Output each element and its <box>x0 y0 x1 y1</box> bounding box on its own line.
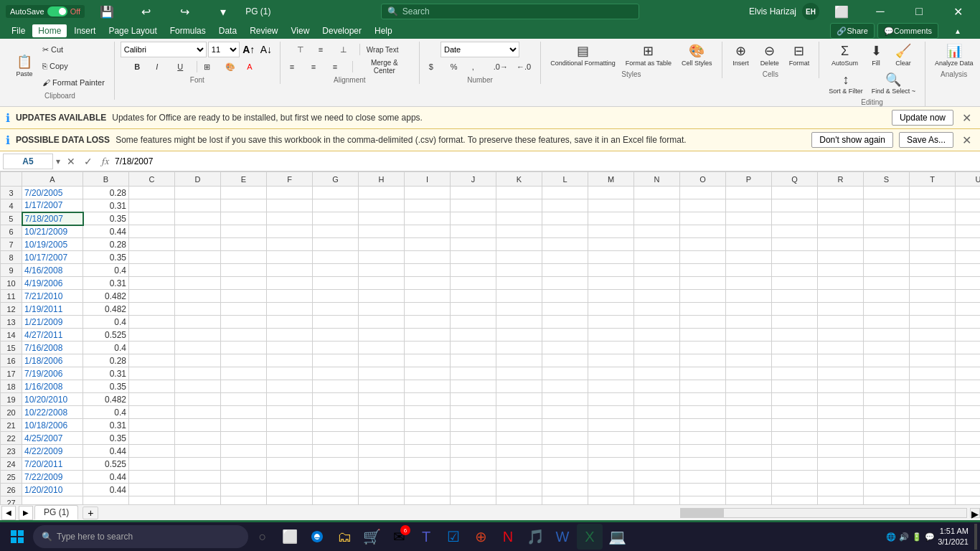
taskbar-time[interactable]: 1:51 AM 3/1/2021 <box>938 526 969 548</box>
taskbar-cortana-button[interactable]: ○ <box>250 524 275 550</box>
cell-empty[interactable] <box>313 432 359 445</box>
cell-empty[interactable] <box>910 342 956 354</box>
cell-b18[interactable]: 0.35 <box>83 380 129 393</box>
col-header-l[interactable]: L <box>542 172 588 187</box>
comments-button[interactable]: 💬 Comments <box>877 23 938 39</box>
cell-empty[interactable] <box>588 264 634 277</box>
taskbar-store-button[interactable]: 🛒 <box>359 524 385 550</box>
font-size-select[interactable]: 11 <box>208 42 240 57</box>
cell-a7[interactable]: 10/19/2005 <box>22 238 83 251</box>
dont-show-again-button[interactable]: Don't show again <box>811 132 893 148</box>
cell-empty[interactable] <box>634 212 680 225</box>
bold-button[interactable]: B <box>131 59 151 75</box>
menu-developer[interactable]: Developer <box>316 24 367 37</box>
cell-empty[interactable] <box>451 329 496 342</box>
cell-empty[interactable] <box>221 432 267 445</box>
cell-empty[interactable] <box>129 380 175 393</box>
cell-empty[interactable] <box>496 496 542 505</box>
cell-empty[interactable] <box>956 458 981 471</box>
cell-empty[interactable] <box>680 367 726 380</box>
cell-a5[interactable]: 7/18/2007 <box>22 212 83 225</box>
cell-empty[interactable] <box>726 432 772 445</box>
confirm-formula-button[interactable]: ✓ <box>80 154 96 169</box>
cell-b12[interactable]: 0.482 <box>83 303 129 316</box>
col-header-s[interactable]: S <box>864 172 910 187</box>
cell-empty[interactable] <box>313 393 359 406</box>
cell-empty[interactable] <box>359 367 405 380</box>
cell-empty[interactable] <box>313 187 359 199</box>
cell-empty[interactable] <box>496 458 542 471</box>
cell-empty[interactable] <box>726 238 772 251</box>
cell-empty[interactable] <box>313 277 359 290</box>
taskbar-unknown1-button[interactable]: 🎵 <box>522 524 548 550</box>
cell-empty[interactable] <box>634 251 680 264</box>
cell-empty[interactable] <box>359 199 405 212</box>
cell-empty[interactable] <box>313 316 359 329</box>
data-loss-close-button[interactable]: ✕ <box>959 133 974 147</box>
cell-empty[interactable] <box>910 484 956 496</box>
cell-empty[interactable] <box>680 380 726 393</box>
cell-empty[interactable] <box>267 484 313 496</box>
cell-empty[interactable] <box>588 406 634 419</box>
cell-empty[interactable] <box>359 406 405 419</box>
cell-empty[interactable] <box>864 432 910 445</box>
menu-file[interactable]: File <box>6 24 31 37</box>
cell-empty[interactable] <box>175 212 221 225</box>
cell-b6[interactable]: 0.44 <box>83 225 129 238</box>
cell-b3[interactable]: 0.28 <box>83 187 129 199</box>
cell-b9[interactable]: 0.4 <box>83 264 129 277</box>
cell-empty[interactable] <box>221 471 267 484</box>
find-select-button[interactable]: 🔍 Find & Select ~ <box>868 70 919 98</box>
cell-empty[interactable] <box>267 432 313 445</box>
cell-empty[interactable] <box>588 393 634 406</box>
cell-empty[interactable] <box>129 238 175 251</box>
cell-empty[interactable] <box>818 277 864 290</box>
cell-empty[interactable] <box>496 199 542 212</box>
cell-empty[interactable] <box>726 496 772 505</box>
cell-empty[interactable] <box>956 264 981 277</box>
cell-empty[interactable] <box>680 187 726 199</box>
cell-a20[interactable]: 10/22/2008 <box>22 406 83 419</box>
accounting-button[interactable]: $ <box>425 59 446 75</box>
cell-empty[interactable] <box>588 277 634 290</box>
cell-empty[interactable] <box>175 264 221 277</box>
cell-empty[interactable] <box>726 329 772 342</box>
cell-empty[interactable] <box>588 432 634 445</box>
cell-empty[interactable] <box>451 354 496 367</box>
cell-empty[interactable] <box>956 187 981 199</box>
cell-empty[interactable] <box>175 484 221 496</box>
cell-empty[interactable] <box>956 251 981 264</box>
cell-empty[interactable] <box>221 199 267 212</box>
cell-empty[interactable] <box>267 367 313 380</box>
align-right-button[interactable]: ≡ <box>329 59 349 75</box>
cell-empty[interactable] <box>129 277 175 290</box>
cell-empty[interactable] <box>680 484 726 496</box>
cell-empty[interactable] <box>129 264 175 277</box>
cell-empty[interactable] <box>910 212 956 225</box>
cell-empty[interactable] <box>267 238 313 251</box>
cell-empty[interactable] <box>910 496 956 505</box>
cell-empty[interactable] <box>588 225 634 238</box>
grow-font-button[interactable]: A↑ <box>241 42 257 57</box>
cell-empty[interactable] <box>221 187 267 199</box>
taskbar-mail-button[interactable]: ✉ 6 <box>386 524 412 550</box>
cell-empty[interactable] <box>680 354 726 367</box>
cell-empty[interactable] <box>680 225 726 238</box>
cell-empty[interactable] <box>542 406 588 419</box>
cell-empty[interactable] <box>680 212 726 225</box>
menu-home[interactable]: Home <box>32 24 67 37</box>
cell-empty[interactable] <box>726 225 772 238</box>
cell-empty[interactable] <box>818 303 864 316</box>
cell-empty[interactable] <box>542 187 588 199</box>
scroll-right-button[interactable]: ▶ <box>970 508 980 518</box>
cell-empty[interactable] <box>405 393 451 406</box>
cell-empty[interactable] <box>451 458 496 471</box>
cell-empty[interactable] <box>634 445 680 458</box>
formula-input[interactable]: 7/18/2007 <box>115 154 977 169</box>
cell-empty[interactable] <box>451 367 496 380</box>
cell-empty[interactable] <box>405 367 451 380</box>
cell-empty[interactable] <box>267 303 313 316</box>
notifications-icon[interactable]: 💬 <box>925 532 935 542</box>
cell-empty[interactable] <box>956 496 981 505</box>
cell-empty[interactable] <box>864 212 910 225</box>
